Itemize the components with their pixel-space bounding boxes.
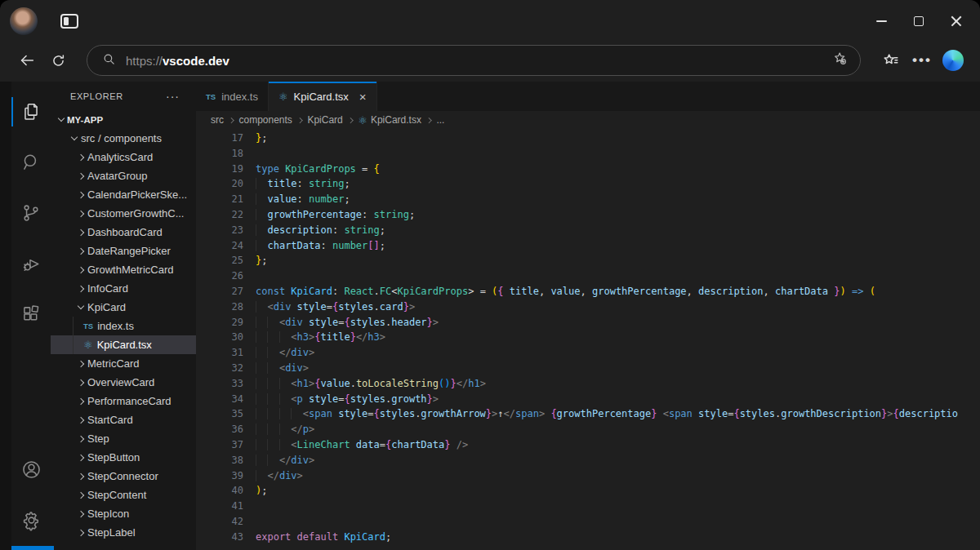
code-line-text: <h1>{value.toLocaleString()}</h1> (243, 376, 486, 392)
chevron-right-icon (78, 435, 84, 441)
chevron-right-icon (78, 491, 84, 498)
workspace-root-label: MY-APP (67, 115, 103, 125)
tree-item-performancecard[interactable]: PerformanceCard (51, 392, 196, 410)
code-line-text: <span style={styles.growthArrow}>↑</span… (243, 406, 958, 422)
minimize-button[interactable] (862, 5, 900, 38)
tree-item-stepcontent[interactable]: StepContent (51, 486, 196, 504)
browser-navbar: https://vscode.dev ••• (0, 42, 980, 82)
line-number: 39 (196, 468, 243, 484)
copilot-icon[interactable] (942, 50, 964, 71)
breadcrumb-item-kpicard-tsx[interactable]: ⚛KpiCard.tsx (358, 114, 421, 126)
tree-item-label: CustomerGrowthC... (87, 207, 184, 220)
tree-item-customergrowthc-[interactable]: CustomerGrowthC... (51, 204, 196, 223)
explorer-more-actions-button[interactable]: ··· (161, 89, 185, 104)
code-line-text: value: number; (243, 192, 350, 207)
tree-item-label: StepButton (87, 451, 140, 464)
explorer-sidebar: EXPLORER ··· MY-APP src / componentsAnal… (51, 82, 196, 550)
activity-bar-bottom (11, 444, 51, 550)
tree-item-infocard[interactable]: InfoCard (51, 279, 196, 298)
tree-item-calendarpickerske-[interactable]: CalendarPickerSke... (51, 185, 196, 204)
status-bar-remote-sliver[interactable] (11, 546, 54, 550)
line-number: 19 (196, 162, 243, 177)
tree-item-avatargroup[interactable]: AvatarGroup (51, 166, 196, 185)
tree-item-step[interactable]: Step (51, 429, 196, 448)
breadcrumb-label: src (211, 114, 224, 126)
breadcrumb-item-components[interactable]: components (239, 114, 292, 126)
tab-layout-icon[interactable] (60, 14, 78, 29)
code-line: 17}; (196, 131, 980, 146)
maximize-button[interactable] (900, 5, 938, 38)
tree-item-label: MetricCard (87, 357, 140, 370)
typescript-file-icon: TS (206, 92, 216, 101)
code-line: 42 (196, 514, 980, 530)
browser-titlebar (0, 0, 980, 42)
react-tsx-file-icon: ⚛ (358, 115, 368, 126)
code-line: 25}; (196, 253, 980, 268)
tree-item-stepconnector[interactable]: StepConnector (51, 467, 196, 486)
tree-item-dashboardcard[interactable]: DashboardCard (51, 223, 196, 242)
star-add-icon (832, 51, 849, 67)
chevron-right-icon (78, 454, 84, 460)
tree-item-src-components[interactable]: src / components (51, 129, 196, 148)
activitybar-explorer[interactable] (11, 86, 51, 137)
tree-item-label: AnalyticsCard (87, 151, 153, 163)
line-number: 28 (196, 299, 243, 315)
tree-item-label: StepLabel (87, 526, 136, 539)
settings-more-button[interactable]: ••• (906, 45, 938, 76)
account-icon (20, 459, 42, 481)
breadcrumb-item--[interactable]: ... (436, 114, 444, 126)
search-icon (20, 152, 42, 173)
tree-item-daterangepicker[interactable]: DateRangePicker (51, 242, 196, 260)
tree-item-growthmetriccard[interactable]: GrowthMetricCard (51, 260, 196, 279)
editor-tab-index.ts[interactable]: TSindex.ts (196, 82, 269, 111)
breadcrumb-item-src[interactable]: src (211, 114, 224, 126)
tree-item-stepicon[interactable]: StepIcon (51, 504, 196, 523)
activitybar-run-debug[interactable] (11, 238, 51, 289)
code-line: 28 <div style={styles.card}> (196, 299, 980, 315)
code-editor[interactable]: 17};1819type KpiCardProps = {20 title: s… (196, 129, 980, 550)
tab-close-icon[interactable]: × (359, 91, 367, 103)
line-number: 24 (196, 238, 243, 254)
workspace-root-row[interactable]: MY-APP (51, 110, 196, 129)
address-bar[interactable]: https://vscode.dev (87, 45, 861, 76)
tree-item-analyticscard[interactable]: AnalyticsCard (51, 148, 196, 166)
profile-avatar[interactable] (10, 7, 38, 35)
chevron-right-icon (78, 472, 84, 479)
add-favorite-button[interactable] (832, 51, 849, 70)
tree-item-overviewcard[interactable]: OverviewCard (51, 373, 196, 392)
favorites-star-list-icon (882, 51, 900, 69)
breadcrumb-item-kpicard[interactable]: KpiCard (307, 114, 342, 126)
chevron-down-icon (71, 134, 78, 140)
activitybar-search[interactable] (11, 137, 51, 188)
breadcrumb: srccomponentsKpiCard⚛KpiCard.tsx... (196, 111, 980, 129)
back-button[interactable] (11, 45, 42, 76)
tab-label: KpiCard.tsx (294, 91, 349, 103)
code-line-text: </p> (243, 422, 314, 437)
refresh-button[interactable] (42, 45, 74, 76)
tree-item-steplabel[interactable]: StepLabel (51, 523, 196, 542)
code-line-text: <div> (243, 361, 309, 376)
tree-item-kpicard[interactable]: KpiCard (51, 298, 196, 317)
code-line: 24 chartData: number[]; (196, 238, 980, 254)
back-arrow-icon (18, 51, 36, 69)
close-button[interactable] (938, 5, 975, 38)
activitybar-extensions[interactable] (11, 289, 51, 339)
activitybar-account[interactable] (11, 444, 51, 495)
editor-tab-kpicard.tsx[interactable]: ⚛KpiCard.tsx× (269, 82, 377, 111)
line-number: 41 (196, 499, 243, 514)
line-number: 17 (196, 131, 243, 146)
maximize-icon (914, 16, 924, 26)
tree-item-startcard[interactable]: StartCard (51, 410, 196, 429)
tree-item-kpicard-tsx[interactable]: ⚛KpiCard.tsx (51, 335, 196, 354)
tree-item-metriccard[interactable]: MetricCard (51, 354, 196, 373)
close-icon (951, 16, 962, 27)
extensions-icon (20, 304, 42, 325)
activitybar-source-control[interactable] (11, 188, 51, 238)
favorites-button[interactable] (875, 45, 906, 76)
tree-item-stepbutton[interactable]: StepButton (51, 448, 196, 467)
code-line: 40); (196, 483, 980, 499)
tree-item-label: CalendarPickerSke... (87, 189, 187, 201)
activitybar-settings[interactable] (11, 495, 51, 545)
tree-item-label: DateRangePicker (87, 245, 171, 257)
tree-item-index-ts[interactable]: TSindex.ts (51, 317, 196, 335)
